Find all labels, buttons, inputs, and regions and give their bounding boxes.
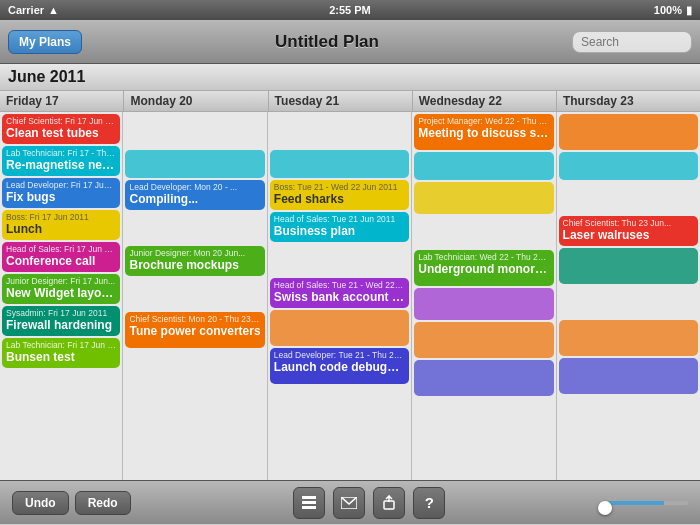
col-thursday: Chief Scientist: Thu 23 Jun... Laser wal…: [557, 112, 700, 480]
day-header-thursday: Thursday 23: [557, 91, 700, 111]
spacer2: [125, 212, 264, 244]
event-feed-sharks[interactable]: Boss: Tue 21 - Wed 22 Jun 2011 Feed shar…: [270, 180, 409, 210]
event-firewall-hardening[interactable]: Sysadmin: Fri 17 Jun 2011 Firewall harde…: [2, 306, 120, 336]
event-brochure-mockups[interactable]: Junior Designer: Mon 20 Jun... Brochure …: [125, 246, 264, 276]
status-time: 2:55 PM: [329, 4, 371, 16]
calendar: Friday 17 Monday 20 Tuesday 21 Wednesday…: [0, 91, 700, 480]
svg-rect-1: [302, 501, 316, 504]
spacer3: [125, 278, 264, 310]
calendar-body: Chief Scientist: Fri 17 Jun 2011 Clean t…: [0, 112, 700, 480]
center-toolbar-icons: ?: [293, 487, 445, 519]
share-icon[interactable]: [373, 487, 405, 519]
event-swiss-bank-wed[interactable]: [414, 288, 553, 320]
redo-button[interactable]: Redo: [75, 491, 131, 515]
event-remagnetise-span-mon[interactable]: [125, 150, 264, 178]
event-swiss-bank[interactable]: Head of Sales: Tue 21 - Wed 22 Jun 2011 …: [270, 278, 409, 308]
event-tune-power-converters[interactable]: Chief Scientist: Mon 20 - Thu 23 Jun 201…: [125, 312, 264, 348]
event-tune-span-tue[interactable]: [270, 310, 409, 346]
event-feed-sharks-wed[interactable]: [414, 182, 553, 214]
mail-icon[interactable]: [333, 487, 365, 519]
table-icon[interactable]: [293, 487, 325, 519]
status-bar: Carrier ▲ 2:55 PM 100% ▮: [0, 0, 700, 20]
battery-icon: ▮: [686, 4, 692, 17]
event-debug-thu[interactable]: [559, 358, 698, 394]
spacer: [125, 114, 264, 148]
day-headers: Friday 17 Monday 20 Tuesday 21 Wednesday…: [0, 91, 700, 112]
svg-rect-0: [302, 496, 316, 499]
spacer-th2: [559, 286, 698, 318]
event-laser-walruses[interactable]: Chief Scientist: Thu 23 Jun... Laser wal…: [559, 216, 698, 246]
col-friday: Chief Scientist: Fri 17 Jun 2011 Clean t…: [0, 112, 123, 480]
event-remagnetise-span-tue[interactable]: [270, 150, 409, 178]
col-monday: Lead Developer: Mon 20 - ... Compiling..…: [123, 112, 267, 480]
day-header-tuesday: Tuesday 21: [269, 91, 413, 111]
event-meeting-sprocket[interactable]: Project Manager: Wed 22 - Thu 23 Jun 201…: [414, 114, 553, 150]
day-header-friday: Friday 17: [0, 91, 124, 111]
svg-rect-2: [302, 506, 316, 509]
col-wednesday: Project Manager: Wed 22 - Thu 23 Jun 201…: [412, 112, 556, 480]
nav-bar: My Plans Untitled Plan: [0, 20, 700, 64]
battery-label: 100%: [654, 4, 682, 16]
spacer-th1: [559, 182, 698, 214]
event-underground-monorail[interactable]: Lab Technician: Wed 22 - Thu 23 Jun 2011…: [414, 250, 553, 286]
carrier-label: Carrier: [8, 4, 44, 16]
undo-redo-group: Undo Redo: [12, 491, 131, 515]
event-clean-test-tubes[interactable]: Chief Scientist: Fri 17 Jun 2011 Clean t…: [2, 114, 120, 144]
wifi-icon: ▲: [48, 4, 59, 16]
spacer-w1: [414, 216, 553, 248]
event-monorail-thu[interactable]: [559, 248, 698, 284]
svg-rect-4: [384, 501, 394, 509]
undo-button[interactable]: Undo: [12, 491, 69, 515]
event-compiling[interactable]: Lead Developer: Mon 20 - ... Compiling..…: [125, 180, 264, 210]
event-business-plan[interactable]: Head of Sales: Tue 21 Jun 2011 Business …: [270, 212, 409, 242]
bottom-toolbar: Undo Redo ?: [0, 480, 700, 524]
day-header-wednesday: Wednesday 22: [413, 91, 557, 111]
event-bunsen-test[interactable]: Lab Technician: Fri 17 Jun 2011 Bunsen t…: [2, 338, 120, 368]
month-header: June 2011: [0, 64, 700, 91]
slider-track: [608, 501, 688, 505]
status-right: 100% ▮: [654, 4, 692, 17]
status-left: Carrier ▲: [8, 4, 59, 16]
event-new-widget-layouts[interactable]: Junior Designer: Fri 17 Jun... New Widge…: [2, 274, 120, 304]
event-meeting-thu[interactable]: [559, 114, 698, 150]
event-tune-span-wed[interactable]: [414, 322, 553, 358]
my-plans-button[interactable]: My Plans: [8, 30, 82, 54]
event-debug-wed[interactable]: [414, 360, 553, 396]
event-lunch[interactable]: Boss: Fri 17 Jun 2011 Lunch: [2, 210, 120, 240]
month-label: June 2011: [8, 68, 85, 85]
zoom-slider[interactable]: [608, 501, 688, 505]
nav-title: Untitled Plan: [82, 32, 572, 52]
col-tuesday: Boss: Tue 21 - Wed 22 Jun 2011 Feed shar…: [268, 112, 412, 480]
event-remagnetise[interactable]: Lab Technician: Fri 17 - Thu 23 Jun 2011…: [2, 146, 120, 176]
help-icon[interactable]: ?: [413, 487, 445, 519]
event-remagnetise-span-thu[interactable]: [559, 152, 698, 180]
event-fix-bugs[interactable]: Lead Developer: Fri 17 Jun 20... Fix bug…: [2, 178, 120, 208]
event-tune-span-thu[interactable]: [559, 320, 698, 356]
search-input[interactable]: [572, 31, 692, 53]
day-header-monday: Monday 20: [124, 91, 268, 111]
slider-thumb[interactable]: [598, 501, 612, 515]
event-remagnetise-span-wed[interactable]: [414, 152, 553, 180]
spacer-t2: [270, 244, 409, 276]
spacer-t1: [270, 114, 409, 148]
event-launch-code-debugging[interactable]: Lead Developer: Tue 21 - Thu 23 Jun 2011…: [270, 348, 409, 384]
event-conference-call[interactable]: Head of Sales: Fri 17 Jun 2011 Conferenc…: [2, 242, 120, 272]
